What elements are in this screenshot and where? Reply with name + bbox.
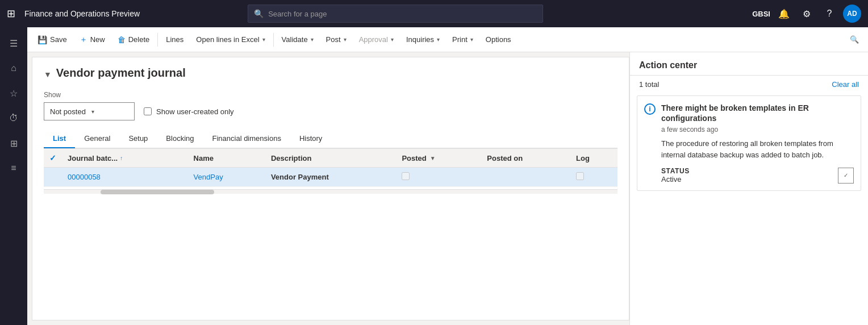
row-log: [570, 168, 617, 187]
company-selector[interactable]: GBSI: [752, 10, 770, 18]
show-dropdown[interactable]: Not posted ▾: [44, 102, 135, 120]
tab-general[interactable]: General: [75, 130, 119, 148]
save-button[interactable]: 💾 Save: [32, 31, 73, 49]
row-description: Vendor Payment: [265, 168, 397, 187]
show-user-created-label[interactable]: Show user-created only: [156, 107, 234, 116]
th-log: Log: [570, 149, 617, 168]
th-name: Name: [188, 149, 265, 168]
search-icon: 🔍: [254, 9, 264, 18]
row-posted: [396, 168, 481, 187]
open-lines-excel-button[interactable]: Open lines in Excel ▾: [190, 31, 270, 49]
notification-bell[interactable]: 🔔: [775, 5, 793, 23]
open-lines-chevron: ▾: [262, 36, 265, 43]
main-layout: ☰ ⌂ ☆ ⏱ ⊞ ≡ 💾 Save ＋ New 🗑 Delete Lines: [0, 27, 868, 325]
notification-status-row: STATUS Active ✓: [661, 167, 854, 184]
tab-blocking[interactable]: Blocking: [157, 130, 203, 148]
print-chevron: ▾: [470, 36, 473, 43]
tab-row: List General Setup Blocking Financial di…: [44, 130, 617, 148]
validate-button[interactable]: Validate ▾: [276, 31, 319, 49]
post-chevron: ▾: [344, 36, 347, 43]
show-user-created-row: Show user-created only: [144, 107, 234, 116]
tab-list[interactable]: List: [44, 130, 75, 148]
sidebar-item-home[interactable]: ⌂: [2, 57, 25, 80]
notification-header: i There might be broken templates in ER …: [644, 103, 854, 184]
th-journal-batch: Journal batc... ↑: [62, 149, 188, 168]
global-search[interactable]: 🔍: [248, 5, 543, 23]
save-icon: 💾: [37, 35, 47, 44]
validate-chevron: ▾: [311, 36, 314, 43]
options-button[interactable]: Options: [480, 31, 517, 49]
th-posted: Posted ▼: [396, 149, 481, 168]
search-input[interactable]: [268, 10, 537, 18]
user-avatar[interactable]: AD: [843, 5, 861, 23]
status-label: STATUS: [661, 167, 690, 175]
th-posted-on: Posted on: [481, 149, 570, 168]
post-button[interactable]: Post ▾: [320, 31, 352, 49]
name-link[interactable]: VendPay: [194, 173, 223, 181]
log-checkbox: [576, 172, 584, 180]
top-nav-right: GBSI 🔔 ⚙ ? AD: [752, 5, 861, 23]
content-area: 💾 Save ＋ New 🗑 Delete Lines Open lines i…: [27, 27, 868, 325]
horizontal-scrollbar[interactable]: [44, 189, 617, 194]
sidebar-item-workspaces[interactable]: ⊞: [2, 132, 25, 155]
show-label: Show: [44, 91, 617, 99]
filter-row: Not posted ▾ Show user-created only: [44, 102, 617, 120]
th-description: Description: [265, 149, 397, 168]
help-icon[interactable]: ?: [820, 5, 838, 23]
delete-icon: 🗑: [118, 35, 126, 44]
sidebar-item-favorites[interactable]: ☆: [2, 82, 25, 105]
inquiries-chevron: ▾: [437, 36, 440, 43]
tab-setup[interactable]: Setup: [119, 130, 157, 148]
dropdown-arrow: ▾: [91, 109, 128, 115]
print-button[interactable]: Print ▾: [446, 31, 479, 49]
action-center-header: Action center: [630, 52, 868, 76]
row-posted-on: [481, 168, 570, 187]
settings-icon[interactable]: ⚙: [798, 5, 816, 23]
sidebar-item-modules[interactable]: ≡: [2, 157, 25, 180]
th-checkbox: ✓: [44, 149, 62, 168]
top-navigation: ⊞ Finance and Operations Preview 🔍 GBSI …: [0, 0, 868, 27]
approval-chevron: ▾: [391, 36, 394, 43]
notification-text: The procedure of restoring all broken te…: [661, 138, 854, 160]
status-value: Active: [661, 175, 690, 184]
row-journal-batch: 00000058: [62, 168, 188, 187]
filter-icon[interactable]: ▼: [44, 70, 52, 79]
scrollbar-thumb[interactable]: [101, 190, 214, 194]
sort-asc-icon[interactable]: ↑: [120, 155, 123, 161]
app-title: Finance and Operations Preview: [24, 9, 140, 18]
tab-history[interactable]: History: [290, 130, 331, 148]
row-checkbox-cell: [44, 168, 62, 187]
sidebar-item-recent[interactable]: ⏱: [2, 107, 25, 130]
new-icon: ＋: [80, 35, 87, 45]
lines-button[interactable]: Lines: [160, 31, 189, 49]
page-content: ▼ Vendor payment journal Show Not posted…: [27, 52, 868, 325]
notification-collapse-button[interactable]: ✓: [838, 168, 854, 184]
sidebar-item-hamburger[interactable]: ☰: [2, 32, 25, 55]
grid-icon[interactable]: ⊞: [7, 7, 15, 20]
notification-card: i There might be broken templates in ER …: [637, 95, 861, 191]
posted-filter-icon[interactable]: ▼: [430, 155, 436, 161]
notification-time: a few seconds ago: [661, 126, 854, 134]
info-icon: i: [644, 103, 656, 115]
delete-button[interactable]: 🗑 Delete: [112, 31, 156, 49]
new-button[interactable]: ＋ New: [74, 31, 111, 49]
posted-checkbox: [402, 172, 410, 180]
page-search-icon[interactable]: 🔍: [845, 31, 863, 49]
action-center-panel: Action center 1 total Clear all i There …: [629, 52, 868, 325]
notification-title: There might be broken templates in ER co…: [661, 103, 854, 123]
clear-all-button[interactable]: Clear all: [832, 80, 859, 89]
show-user-created-checkbox[interactable]: [144, 107, 152, 115]
action-center-meta: 1 total Clear all: [630, 76, 868, 93]
notification-body: There might be broken templates in ER co…: [661, 103, 854, 184]
action-center-title: Action center: [639, 60, 697, 70]
journal-panel: ▼ Vendor payment journal Show Not posted…: [32, 57, 629, 320]
approval-button[interactable]: Approval ▾: [353, 31, 399, 49]
action-center-total: 1 total: [639, 80, 659, 89]
journal-batch-link[interactable]: 00000058: [68, 173, 101, 181]
inquiries-button[interactable]: Inquiries ▾: [400, 31, 445, 49]
table-row[interactable]: 00000058 VendPay Vendor Payment: [44, 168, 617, 187]
tab-financial-dimensions[interactable]: Financial dimensions: [203, 130, 290, 148]
separator-1: [157, 33, 158, 47]
command-bar: 💾 Save ＋ New 🗑 Delete Lines Open lines i…: [27, 27, 868, 52]
page-title: Vendor payment journal: [56, 66, 186, 80]
